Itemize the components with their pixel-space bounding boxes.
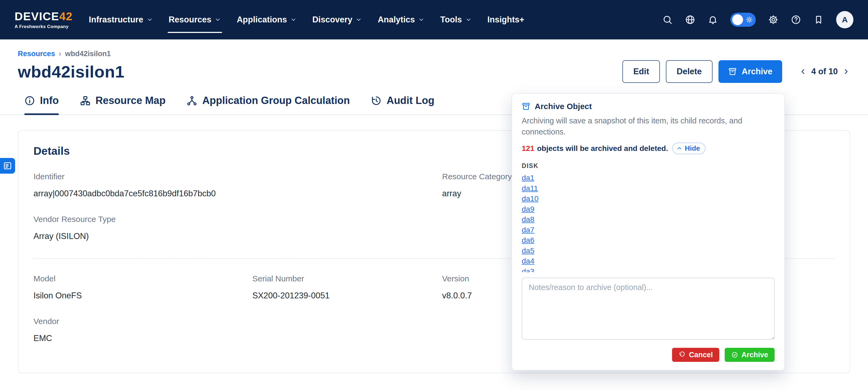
cancel-button-label: Cancel <box>689 351 713 359</box>
archive-popup: Archive Object Archiving will save a sna… <box>512 93 785 370</box>
info-icon <box>24 95 35 106</box>
nav-label: Applications <box>237 15 287 25</box>
field-value: SX200-201239-0051 <box>252 291 442 301</box>
disk-link[interactable]: da3 <box>522 267 534 272</box>
disk-link[interactable]: da6 <box>522 235 534 246</box>
disk-link-list[interactable]: da1 da11 da10 da9 da8 da7 da6 da5 da4 da… <box>522 173 775 272</box>
undo-icon <box>679 351 686 358</box>
tab-application-group-calculation[interactable]: Application Group Calculation <box>186 95 350 115</box>
nav-label: Insights+ <box>488 15 524 25</box>
logo-tagline: A Freshworks Company <box>14 24 72 29</box>
archive-popup-title: Archive Object <box>535 102 592 111</box>
breadcrumb-current: wbd42isilon1 <box>65 50 111 58</box>
chevron-up-icon <box>676 145 683 152</box>
sitemap-icon <box>80 95 91 106</box>
cancel-button[interactable]: Cancel <box>672 348 719 362</box>
confirm-archive-button[interactable]: Archive <box>725 348 775 362</box>
archive-popup-header: Archive Object <box>522 102 775 111</box>
bell-icon[interactable] <box>708 14 718 25</box>
disk-link[interactable]: da7 <box>522 225 534 236</box>
archive-count-message: objects will be archived and deleted. <box>537 144 668 153</box>
nav-label: Analytics <box>378 15 415 25</box>
record-pager: 4 of 10 <box>799 67 850 77</box>
archive-button-label: Archive <box>742 67 772 77</box>
chevron-down-icon <box>147 17 153 23</box>
tab-label: Info <box>40 95 59 107</box>
archive-popup-description: Archiving will save a snapshot of this i… <box>522 115 775 137</box>
tab-label: Application Group Calculation <box>202 95 350 107</box>
disk-link[interactable]: da5 <box>522 246 534 256</box>
field-label: Identifier <box>33 172 442 181</box>
disk-section-heading: DISK <box>522 162 775 170</box>
chevron-down-icon <box>215 17 221 23</box>
main-nav: Infrastructure Resources Applications Di… <box>89 0 524 39</box>
list-panel-icon <box>3 161 12 170</box>
nav-label: Resources <box>169 15 212 25</box>
nav-label: Discovery <box>312 15 352 25</box>
page-header-row: wbd42isilon1 Edit Delete Archive 4 of 10 <box>0 58 868 83</box>
search-icon[interactable] <box>662 14 673 25</box>
gear-icon[interactable] <box>768 14 778 25</box>
page-title: wbd42isilon1 <box>18 62 124 81</box>
breadcrumb-separator: › <box>59 50 61 58</box>
disk-link[interactable]: da8 <box>522 214 534 225</box>
field-label: Vendor Resource Type <box>33 215 442 224</box>
chevron-down-icon <box>355 17 362 23</box>
nav-label: Tools <box>440 15 462 25</box>
theme-toggle[interactable] <box>730 13 756 27</box>
archive-icon <box>728 67 737 76</box>
archive-notes-input[interactable] <box>522 278 775 340</box>
bookmark-icon[interactable] <box>813 14 824 25</box>
nav-analytics[interactable]: Analytics <box>378 0 425 39</box>
nav-resources[interactable]: Resources <box>169 0 221 39</box>
delete-button[interactable]: Delete <box>666 60 713 83</box>
chevron-left-icon[interactable] <box>799 67 807 76</box>
hide-button-label: Hide <box>685 144 700 153</box>
check-circle-icon <box>731 351 738 358</box>
nav-applications[interactable]: Applications <box>237 0 297 39</box>
nav-discovery[interactable]: Discovery <box>312 0 362 39</box>
side-panel-toggle[interactable] <box>0 158 15 174</box>
user-avatar[interactable]: A <box>836 11 854 28</box>
disk-link[interactable]: da10 <box>522 193 538 204</box>
edit-button[interactable]: Edit <box>622 60 660 83</box>
tab-resource-map[interactable]: Resource Map <box>80 95 166 115</box>
archive-icon <box>522 102 530 111</box>
field-serial-number: Serial Number SX200-201239-0051 <box>252 274 442 301</box>
tab-info[interactable]: Info <box>24 95 59 115</box>
device42-logo[interactable]: DEVICE42 A Freshworks Company <box>14 10 72 29</box>
tab-label: Audit Log <box>386 95 434 107</box>
field-label: Model <box>33 274 252 283</box>
field-label: Vendor <box>33 317 252 326</box>
disk-link[interactable]: da9 <box>522 204 534 215</box>
header-actions: A <box>662 11 854 28</box>
disk-link[interactable]: da11 <box>522 183 538 194</box>
field-value: Isilon OneFS <box>33 291 252 301</box>
disk-link[interactable]: da1 <box>522 173 534 183</box>
archive-count-row: 121 objects will be archived and deleted… <box>522 143 775 154</box>
nav-label: Infrastructure <box>89 15 143 25</box>
nav-tools[interactable]: Tools <box>440 0 471 39</box>
nav-infrastructure[interactable]: Infrastructure <box>89 0 153 39</box>
archive-button[interactable]: Archive <box>718 60 782 83</box>
help-icon[interactable] <box>791 14 801 25</box>
top-navigation-bar: DEVICE42 A Freshworks Company Infrastruc… <box>0 0 868 39</box>
tab-audit-log[interactable]: Audit Log <box>371 95 434 115</box>
nav-insights[interactable]: Insights+ <box>488 0 524 39</box>
field-value: Array (ISILON) <box>33 232 442 241</box>
disk-link[interactable]: da4 <box>522 256 534 267</box>
field-label: Serial Number <box>252 274 442 283</box>
chevron-right-icon[interactable] <box>842 67 850 76</box>
chevron-down-icon <box>418 17 425 23</box>
pager-indicator: 4 of 10 <box>811 67 838 77</box>
sun-icon <box>745 16 753 24</box>
logo-text: DEVICE42 <box>14 10 72 23</box>
field-model: Model Isilon OneFS <box>33 274 252 301</box>
hide-button[interactable]: Hide <box>672 143 705 154</box>
field-value: array|0007430adbc0bda7ce5fc816b9df16b7bc… <box>33 189 442 199</box>
chevron-down-icon <box>290 17 297 23</box>
globe-icon[interactable] <box>685 14 695 25</box>
breadcrumb-resources-link[interactable]: Resources <box>18 50 55 58</box>
tab-label: Resource Map <box>96 95 166 107</box>
history-icon <box>371 95 382 106</box>
